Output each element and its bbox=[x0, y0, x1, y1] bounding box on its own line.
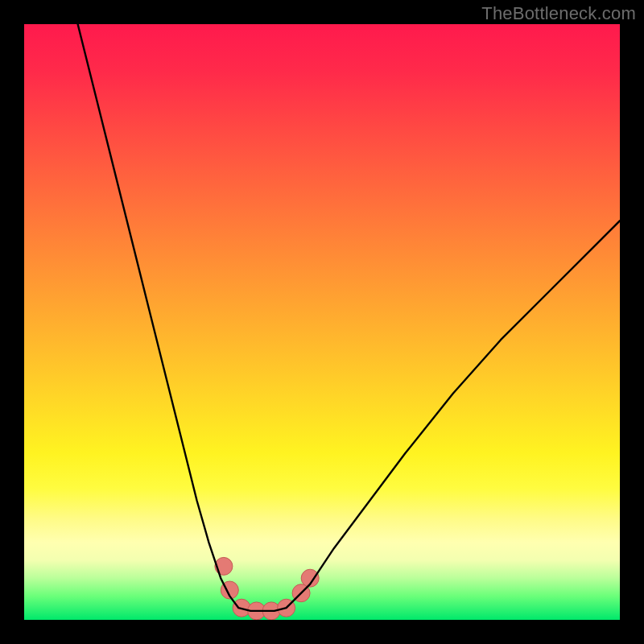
chart-frame: TheBottleneck.com bbox=[0, 0, 644, 644]
bottleneck-curve bbox=[78, 24, 620, 611]
watermark-text: TheBottleneck.com bbox=[481, 3, 636, 24]
plot-area bbox=[24, 24, 620, 620]
curve-svg bbox=[24, 24, 620, 620]
